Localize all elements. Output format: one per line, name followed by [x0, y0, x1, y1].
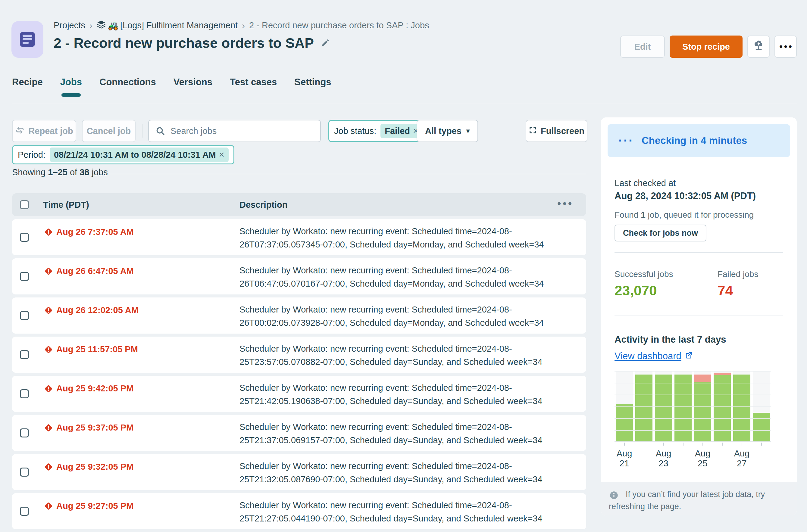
chevron-right-icon: › [90, 20, 93, 31]
job-failed-icon [44, 384, 53, 395]
axis-label [752, 449, 771, 469]
job-status-label: Job status: [334, 126, 376, 136]
edit-button[interactable]: Edit [620, 36, 665, 58]
chart-column-aug-25 [694, 371, 711, 442]
chart-column-aug-24 [674, 371, 692, 442]
fullscreen-button[interactable]: Fullscreen [526, 120, 587, 142]
job-row[interactable]: Aug 26 6:47:05 AM Scheduler by Workato: … [12, 258, 586, 294]
job-description-line2: 26T00:02:05.073928-07:00, Scheduled day=… [240, 318, 544, 327]
last-checked-label: Last checked at [615, 178, 676, 188]
all-types-dropdown[interactable]: All types ▾ [417, 120, 478, 142]
axis-tick [752, 442, 771, 445]
showing-count: Showing 1–25 of 38 jobs [12, 167, 108, 177]
job-description: Scheduler by Workato: new recurring even… [240, 381, 543, 408]
chart-column-aug-21 [616, 371, 633, 442]
job-row[interactable]: Aug 25 9:37:05 PM Scheduler by Workato: … [12, 415, 586, 451]
job-time: Aug 26 12:02:05 AM [56, 305, 138, 315]
ellipsis-icon: ••• [778, 41, 793, 52]
job-failed-icon [44, 462, 53, 473]
view-dashboard-link[interactable]: View dashboard [615, 351, 693, 362]
row-checkbox[interactable] [20, 350, 29, 359]
search-input[interactable] [148, 120, 321, 142]
column-description: Description [240, 200, 288, 210]
row-checkbox[interactable] [20, 233, 29, 242]
tab-recipe[interactable]: Recipe [12, 77, 43, 95]
bar-failed [714, 373, 731, 375]
more-actions-button[interactable]: ••• [774, 36, 797, 58]
axis-label: Aug 21 [615, 449, 634, 469]
tab-bar: Recipe Jobs Connections Versions Test ca… [12, 77, 331, 95]
chart-column-aug-28 [753, 371, 770, 442]
job-row[interactable]: Aug 25 9:42:05 PM Scheduler by Workato: … [12, 376, 586, 412]
breadcrumb-project-link[interactable]: 🚜 [Logs] Fulfilment Management [97, 20, 238, 31]
found-jobs-text: Found 1 job, queued it for processing [615, 210, 754, 220]
period-label: Period: [18, 150, 45, 160]
chart-column-aug-22 [635, 371, 653, 442]
breadcrumb-project-label: [Logs] Fulfilment Management [120, 20, 238, 31]
bar-success [694, 382, 711, 442]
job-description: Scheduler by Workato: new recurring even… [240, 264, 544, 290]
select-all-checkbox[interactable] [20, 200, 29, 209]
failed-jobs-value: 74 [717, 282, 733, 299]
page-title: 2 - Record new purchase orders to SAP [54, 35, 330, 51]
job-row[interactable]: Aug 26 7:37:05 AM Scheduler by Workato: … [12, 219, 586, 255]
job-status-filter-chip[interactable]: Job status: Failed × [329, 120, 428, 142]
job-failed-icon [44, 306, 53, 317]
activity-chart-plot [615, 371, 771, 442]
job-description: Scheduler by Workato: new recurring even… [240, 499, 543, 525]
toolbar-divider [142, 124, 143, 138]
row-checkbox[interactable] [20, 311, 29, 320]
tab-label: Recipe [12, 77, 43, 87]
column-time: Time (PDT) [43, 200, 89, 210]
row-checkbox[interactable] [20, 429, 29, 437]
activity-chart [615, 371, 771, 442]
search-icon [155, 126, 165, 137]
chart-axis-ticks [615, 442, 771, 445]
recipe-title-text: 2 - Record new purchase orders to SAP [54, 35, 314, 51]
job-time: Aug 25 9:27:05 PM [56, 501, 133, 511]
tab-label: Jobs [60, 77, 82, 87]
row-checkbox[interactable] [20, 507, 29, 516]
repeat-icon [15, 126, 25, 136]
axis-label [673, 449, 693, 469]
repeat-job-button[interactable]: Repeat job [12, 120, 76, 142]
deploy-button[interactable] [747, 36, 770, 58]
tab-settings[interactable]: Settings [294, 77, 331, 95]
tab-test-cases[interactable]: Test cases [230, 77, 277, 95]
bar-success [655, 375, 672, 442]
job-row[interactable]: Aug 25 9:32:05 PM Scheduler by Workato: … [12, 454, 586, 490]
row-checkbox[interactable] [20, 272, 29, 281]
row-checkbox[interactable] [20, 389, 29, 398]
row-checkbox[interactable] [20, 468, 29, 477]
job-description-line1: Scheduler by Workato: new recurring even… [240, 266, 512, 275]
tab-connections[interactable]: Connections [99, 77, 156, 95]
axis-label: Aug 23 [654, 449, 673, 469]
edit-title-pencil-icon[interactable] [320, 39, 330, 48]
remove-period-filter-icon[interactable]: × [219, 149, 224, 160]
workato-jobs-page: Projects › 🚜 [Logs] Fulfilment Managemen… [0, 0, 807, 532]
job-row[interactable]: Aug 25 11:57:05 PM Scheduler by Workato:… [12, 337, 586, 373]
bar-success [714, 375, 731, 442]
job-row[interactable]: Aug 26 12:02:05 AM Scheduler by Workato:… [12, 298, 586, 334]
failed-jobs-label: Failed jobs [717, 269, 758, 279]
job-row[interactable]: Aug 25 9:27:05 PM Scheduler by Workato: … [12, 493, 586, 529]
tabs-divider [12, 103, 797, 103]
bar-success [616, 404, 633, 442]
period-filter-chip[interactable]: Period: 08/21/24 10:31 AM to 08/28/24 10… [12, 145, 234, 165]
check-for-jobs-button[interactable]: Check for jobs now [615, 225, 707, 242]
job-time: Aug 25 11:57:05 PM [56, 344, 138, 354]
job-time: Aug 25 9:42:05 PM [56, 384, 133, 394]
breadcrumb-projects-link[interactable]: Projects [54, 20, 85, 31]
job-failed-icon [44, 266, 53, 277]
header-actions: Edit Stop recipe ••• [620, 36, 797, 58]
stop-recipe-button[interactable]: Stop recipe [670, 36, 743, 58]
tab-jobs[interactable]: Jobs [60, 77, 82, 95]
document-icon [20, 32, 35, 47]
job-time: Aug 26 7:37:05 AM [56, 227, 134, 237]
recipe-avatar-icon [12, 21, 43, 58]
table-menu-icon[interactable]: ••• [557, 197, 574, 209]
repeat-job-label: Repeat job [28, 126, 73, 136]
tab-versions[interactable]: Versions [173, 77, 212, 95]
axis-tick [732, 442, 752, 445]
cancel-job-button[interactable]: Cancel job [82, 120, 135, 142]
